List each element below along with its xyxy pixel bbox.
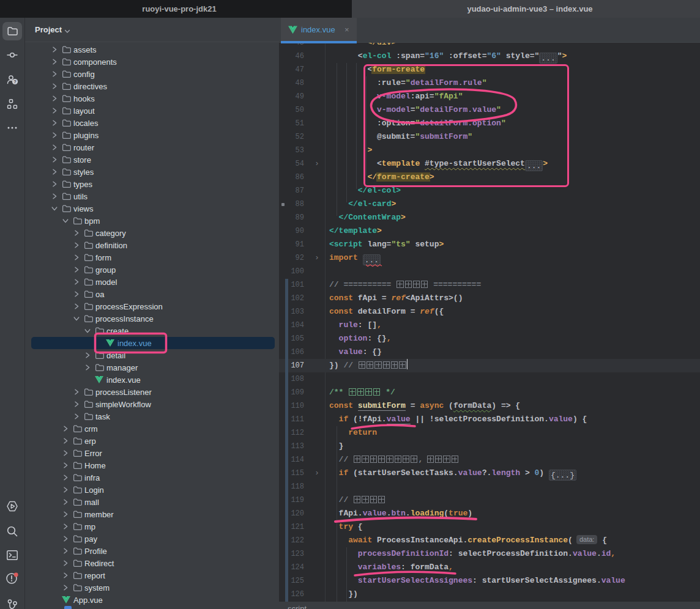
svg-text:?: ?	[13, 79, 17, 84]
